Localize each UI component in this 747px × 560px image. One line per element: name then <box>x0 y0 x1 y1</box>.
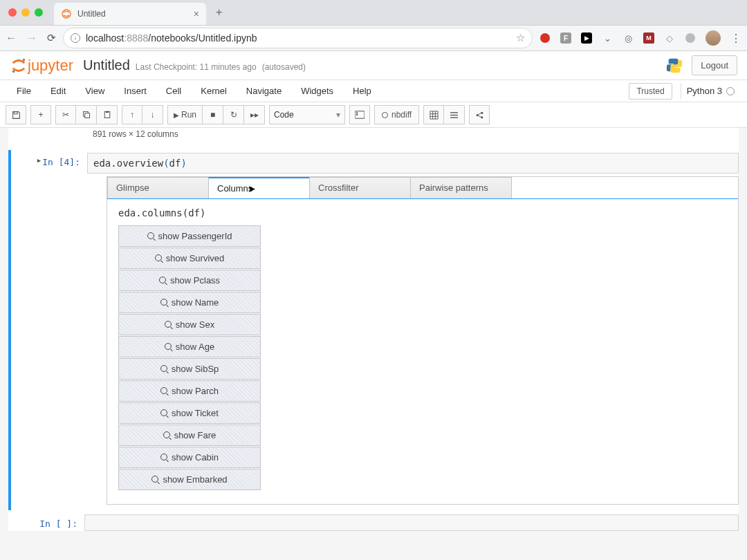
search-icon <box>163 431 171 439</box>
tab-close-icon[interactable]: × <box>194 8 199 19</box>
new-tab-button[interactable]: + <box>210 3 228 21</box>
svg-point-20 <box>481 111 483 113</box>
restart-button[interactable]: ↻ <box>223 105 244 124</box>
jupyter-logo-icon[interactable] <box>10 57 28 75</box>
profile-avatar[interactable] <box>706 30 721 46</box>
menu-cell[interactable]: Cell <box>156 80 191 102</box>
share-button[interactable] <box>469 105 490 124</box>
tab-title: Untitled <box>77 9 188 19</box>
show-column-button[interactable]: show Parch <box>118 380 261 402</box>
run-button[interactable]: ▶Run <box>167 105 203 124</box>
menu-file[interactable]: File <box>7 80 41 102</box>
show-column-button[interactable]: show Sex <box>118 314 261 335</box>
back-button[interactable]: ← <box>6 32 17 44</box>
svg-rect-5 <box>84 113 89 118</box>
reload-button[interactable]: ⟳ <box>47 32 56 44</box>
search-icon <box>155 254 163 262</box>
command-palette-button[interactable] <box>349 105 370 124</box>
close-window-icon[interactable] <box>8 8 17 17</box>
show-column-label: show Name <box>172 297 219 308</box>
kernel-indicator[interactable]: Python 3 <box>681 83 740 99</box>
show-column-button[interactable]: show Name <box>118 292 261 313</box>
tab-crossfilter[interactable]: Crossfilter <box>309 177 411 198</box>
extension-icon[interactable]: F <box>560 32 571 44</box>
show-column-label: show Fare <box>174 430 216 440</box>
code-input[interactable] <box>84 514 739 531</box>
show-column-button[interactable]: show Age <box>118 336 261 357</box>
menu-kernel[interactable]: Kernel <box>191 80 237 102</box>
kernel-name: Python 3 <box>687 86 722 96</box>
extension-icon[interactable]: ◇ <box>664 32 675 44</box>
input-prompt: In [ ]: <box>8 514 84 531</box>
window-controls[interactable] <box>8 8 43 17</box>
save-button[interactable] <box>6 105 26 124</box>
extension-icon[interactable]: M <box>643 32 654 44</box>
code-cell[interactable]: ▶In [4]: eda.overview(df) GlimpseColumns… <box>8 150 739 510</box>
browser-menu-icon[interactable]: ⋮ <box>730 32 741 45</box>
search-icon <box>159 277 167 284</box>
menu-view[interactable]: View <box>75 80 114 102</box>
address-bar[interactable]: i localhost:8888/notebooks/Untitled.ipyn… <box>63 28 533 48</box>
show-column-label: show SibSp <box>172 364 219 374</box>
paste-button[interactable] <box>97 105 118 124</box>
code-input[interactable]: eda.overview(df) <box>87 153 739 174</box>
tab-glimpse[interactable]: Glimpse <box>107 177 209 198</box>
extension-icon[interactable]: ◎ <box>622 32 634 44</box>
show-column-button[interactable]: show Ticket <box>118 402 261 424</box>
show-column-button[interactable]: show Pclass <box>118 270 261 291</box>
search-icon <box>160 409 168 417</box>
extension-icon[interactable]: ▶ <box>581 32 592 44</box>
dataframe-shape-text: 891 rows × 12 columns <box>8 128 739 146</box>
menu-widgets[interactable]: Widgets <box>291 80 343 102</box>
notebook-name[interactable]: Untitled <box>83 57 130 73</box>
code-cell[interactable]: In [ ]: <box>8 514 739 531</box>
svg-rect-9 <box>356 113 358 114</box>
svg-point-2 <box>12 70 15 73</box>
move-up-button[interactable]: ↑ <box>122 105 142 124</box>
nbdiff-button[interactable]: nbdiff <box>374 105 419 124</box>
copy-button[interactable] <box>76 105 97 124</box>
svg-point-21 <box>481 116 483 118</box>
logout-button[interactable]: Logout <box>692 55 737 75</box>
svg-rect-10 <box>356 114 358 115</box>
show-column-button[interactable]: show Embarked <box>118 469 261 490</box>
widget-inner-code: eda.columns(df) <box>118 207 727 218</box>
toolbar-button[interactable] <box>423 105 444 124</box>
menu-help[interactable]: Help <box>343 80 381 102</box>
show-column-button[interactable]: show Survived <box>118 248 261 269</box>
maximize-window-icon[interactable] <box>35 8 43 17</box>
tab-columns[interactable]: Columns <box>208 177 310 198</box>
show-column-label: show PassengerId <box>158 231 232 241</box>
insert-cell-button[interactable]: + <box>30 105 51 124</box>
svg-point-1 <box>23 58 26 61</box>
minimize-window-icon[interactable] <box>21 8 30 17</box>
bookmark-star-icon[interactable]: ☆ <box>516 32 525 44</box>
menu-navigate[interactable]: Navigate <box>237 80 291 102</box>
menu-insert[interactable]: Insert <box>114 80 156 102</box>
browser-tab[interactable]: Untitled × <box>54 3 206 25</box>
svg-line-23 <box>478 115 481 117</box>
menu-edit[interactable]: Edit <box>41 80 75 102</box>
site-info-icon[interactable]: i <box>71 33 80 43</box>
svg-rect-11 <box>430 111 438 118</box>
extension-icon[interactable] <box>540 32 551 44</box>
tab-pairwise-patterns[interactable]: Pairwise patterns <box>410 177 512 198</box>
cell-type-select[interactable]: Code▾ <box>269 105 345 124</box>
jupyter-logo-text[interactable]: jupyter <box>28 57 73 75</box>
pocket-icon[interactable]: ⌄ <box>602 32 613 44</box>
show-column-button[interactable]: show PassengerId <box>118 225 261 247</box>
move-down-button[interactable]: ↓ <box>142 105 163 124</box>
input-prompt: ▶In [4]: <box>11 153 87 507</box>
cut-button[interactable]: ✂ <box>55 105 76 124</box>
extension-icon[interactable] <box>685 32 696 44</box>
search-icon <box>160 454 168 461</box>
interrupt-button[interactable]: ■ <box>203 105 223 124</box>
show-column-button[interactable]: show Fare <box>118 424 261 446</box>
restart-run-all-button[interactable]: ▸▸ <box>244 105 265 124</box>
show-column-button[interactable]: show Cabin <box>118 447 261 468</box>
show-column-button[interactable]: show SibSp <box>118 358 261 380</box>
trusted-indicator[interactable]: Trusted <box>629 83 672 100</box>
toolbar-button[interactable] <box>444 105 465 124</box>
output-widget: GlimpseColumnsCrossfilterPairwise patter… <box>107 176 739 505</box>
search-icon <box>165 321 172 328</box>
